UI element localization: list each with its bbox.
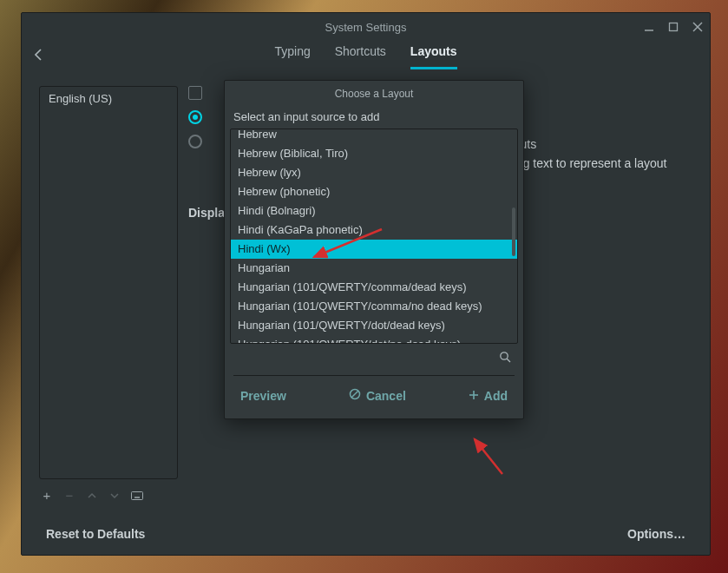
window-title: System Settings xyxy=(325,21,407,34)
dialog-title: Choose a Layout xyxy=(225,81,523,107)
tab-shortcuts[interactable]: Shortcuts xyxy=(335,44,386,69)
list-item[interactable]: Hindi (KaGaPa phonetic) xyxy=(231,221,517,240)
svg-point-9 xyxy=(501,352,508,359)
preview-label: Preview xyxy=(240,389,286,403)
add-button[interactable]: Add xyxy=(469,389,508,403)
bg-line: ayouts xyxy=(501,135,692,154)
keyboard-icon[interactable] xyxy=(131,488,143,503)
minimize-button[interactable] xyxy=(644,22,654,32)
background-text: ayouts using text to represent a layout … xyxy=(501,135,692,192)
cancel-label: Cancel xyxy=(366,389,406,403)
scrollbar-thumb[interactable] xyxy=(512,207,515,256)
footer: Reset to Defaults Options… xyxy=(22,513,710,555)
svg-line-12 xyxy=(351,391,358,398)
list-item[interactable]: Hungarian xyxy=(231,259,517,278)
radio-option-2[interactable] xyxy=(188,135,202,148)
close-button[interactable] xyxy=(692,22,703,32)
list-item[interactable]: Hungarian (101/QWERTY/comma/dead keys) xyxy=(231,278,517,297)
options-button[interactable]: Options… xyxy=(627,527,685,541)
tab-layouts[interactable]: Layouts xyxy=(410,44,457,69)
tab-typing[interactable]: Typing xyxy=(274,44,310,69)
list-item-selected[interactable]: Hindi (Wx) xyxy=(231,240,517,259)
add-layout-button[interactable]: + xyxy=(41,488,53,503)
dialog-search-row xyxy=(225,344,523,370)
list-item[interactable]: Hungarian (101/QWERTY/dot/no dead keys) xyxy=(231,335,517,344)
left-column: English (US) + − xyxy=(39,86,178,503)
layout-option-list[interactable]: Hebrew Hebrew (Biblical, Tiro) Hebrew (l… xyxy=(230,128,518,344)
list-item[interactable]: Hindi (Bolnagri) xyxy=(231,201,517,221)
cancel-button[interactable]: Cancel xyxy=(349,388,406,403)
list-item[interactable]: English (US) xyxy=(49,92,168,105)
maximize-button[interactable] xyxy=(668,22,679,32)
installed-layouts-list[interactable]: English (US) xyxy=(39,86,178,479)
list-item[interactable]: Hebrew (lyx) xyxy=(231,163,517,182)
titlebar: System Settings xyxy=(22,13,710,41)
tabs: Typing Shortcuts Layouts xyxy=(22,44,710,69)
move-down-button[interactable] xyxy=(108,488,121,503)
bg-line: using text to represent a layout xyxy=(501,154,692,173)
checkbox[interactable] xyxy=(188,86,202,100)
svg-line-10 xyxy=(507,359,510,362)
list-item[interactable]: Hebrew (Biblical, Tiro) xyxy=(231,144,517,163)
bg-line: t xyxy=(501,173,692,192)
move-up-button[interactable] xyxy=(86,488,98,503)
list-item[interactable]: Hungarian (101/QWERTY/comma/no dead keys… xyxy=(231,297,517,316)
window-controls xyxy=(644,13,703,41)
list-item[interactable]: Hebrew xyxy=(231,128,517,144)
plus-icon xyxy=(469,389,479,403)
list-item[interactable]: Hebrew (phonetic) xyxy=(231,182,517,201)
list-item[interactable]: Hungarian (101/QWERTY/dot/dead keys) xyxy=(231,316,517,335)
svg-rect-1 xyxy=(670,23,678,31)
preview-button[interactable]: Preview xyxy=(240,389,286,403)
dialog-subtitle: Select an input source to add xyxy=(225,107,523,128)
remove-layout-button[interactable]: − xyxy=(63,488,75,503)
add-label: Add xyxy=(484,389,508,403)
radio-option-1[interactable] xyxy=(188,110,202,124)
tabbar-row: Typing Shortcuts Layouts xyxy=(22,41,710,72)
layout-buttons: + − xyxy=(39,479,178,503)
search-icon[interactable] xyxy=(499,351,511,366)
dialog-actions: Preview Cancel Add xyxy=(225,376,523,418)
cancel-icon xyxy=(349,388,361,403)
choose-layout-dialog: Choose a Layout Select an input source t… xyxy=(224,80,524,419)
reset-defaults-button[interactable]: Reset to Defaults xyxy=(46,527,145,541)
svg-rect-4 xyxy=(132,492,143,500)
